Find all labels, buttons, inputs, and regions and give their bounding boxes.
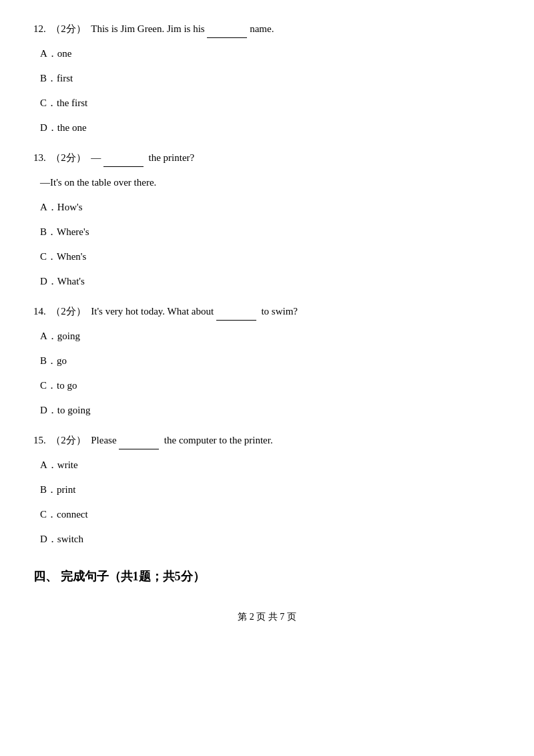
- option-c-letter: C．: [40, 380, 57, 391]
- question-14-suffix: to swim?: [261, 306, 298, 317]
- option-d-letter: D．: [40, 122, 57, 133]
- question-15-blank: [119, 449, 159, 449]
- question-15: 15. （2分） Please the computer to the prin…: [33, 431, 501, 548]
- question-14-option-b: B．go: [33, 352, 501, 370]
- question-13-title: 13. （2分） — the printer?: [33, 149, 501, 167]
- question-13-option-c: C．When's: [33, 248, 501, 266]
- question-12-option-b: B．first: [33, 69, 501, 87]
- question-15-number: 15.: [33, 435, 46, 445]
- option-d-text: the one: [57, 122, 87, 133]
- option-a-letter: A．: [40, 459, 57, 470]
- question-13-option-b: B．Where's: [33, 223, 501, 241]
- question-13-points: （2分）: [51, 152, 86, 163]
- option-a-text: write: [57, 459, 78, 470]
- question-14-number: 14.: [33, 306, 46, 317]
- option-d-text: to going: [57, 405, 91, 415]
- option-b-letter: B．: [40, 484, 57, 495]
- section-title: 完成句子（共1题；共5分）: [61, 570, 205, 583]
- option-b-text: print: [57, 484, 75, 495]
- question-15-text: Please: [91, 435, 116, 445]
- option-b-text: go: [57, 355, 67, 366]
- question-13-option-a: A．How's: [33, 198, 501, 216]
- question-12-text: This is Jim Green. Jim is his: [91, 23, 204, 34]
- question-15-suffix: the computer to the printer.: [164, 435, 273, 445]
- question-12-suffix: name.: [250, 23, 274, 34]
- question-13-number: 13.: [33, 152, 46, 163]
- option-d-text: What's: [57, 276, 85, 287]
- option-a-letter: A．: [40, 331, 57, 341]
- question-14-points: （2分）: [51, 306, 86, 317]
- option-c-letter: C．: [40, 98, 57, 108]
- question-15-option-a: A．write: [33, 456, 501, 474]
- option-b-text: Where's: [57, 226, 89, 237]
- footer-text: 第 2 页 共 7 页: [238, 612, 296, 622]
- page-footer: 第 2 页 共 7 页: [33, 611, 501, 623]
- question-14-option-a: A．going: [33, 327, 501, 345]
- option-c-text: When's: [57, 251, 86, 262]
- option-a-text: one: [57, 48, 72, 59]
- option-b-letter: B．: [40, 73, 57, 83]
- question-12-title: 12. （2分） This is Jim Green. Jim is his n…: [33, 20, 501, 38]
- option-a-letter: A．: [40, 202, 57, 212]
- option-d-letter: D．: [40, 276, 57, 287]
- question-12-option-a: A．one: [33, 45, 501, 63]
- question-14-option-d: D．to going: [33, 401, 501, 419]
- question-12-blank: [207, 37, 247, 38]
- question-13-option-d: D．What's: [33, 272, 501, 291]
- option-b-letter: B．: [40, 226, 57, 237]
- question-12-number: 12.: [33, 23, 46, 34]
- question-15-option-d: D．switch: [33, 530, 501, 548]
- question-12-option-c: C．the first: [33, 94, 501, 112]
- question-15-points: （2分）: [51, 435, 86, 445]
- option-c-letter: C．: [40, 251, 57, 262]
- option-d-letter: D．: [40, 405, 57, 415]
- question-13: 13. （2分） — the printer? —It's on the tab…: [33, 149, 501, 291]
- question-12-points: （2分）: [51, 23, 86, 34]
- option-d-text: switch: [57, 534, 83, 544]
- option-b-text: first: [57, 73, 73, 83]
- option-b-letter: B．: [40, 355, 57, 366]
- question-15-option-b: B．print: [33, 481, 501, 499]
- question-13-text: —: [91, 152, 101, 163]
- question-13-suffix: the printer?: [149, 152, 195, 163]
- option-c-text: the first: [57, 98, 87, 108]
- question-15-option-c: C．connect: [33, 506, 501, 524]
- question-14-text: It's very hot today. What about: [91, 306, 214, 317]
- question-14-blank: [216, 320, 256, 321]
- option-a-text: going: [57, 331, 80, 341]
- option-d-letter: D．: [40, 534, 57, 544]
- option-a-text: How's: [57, 202, 83, 212]
- option-c-text: connect: [57, 509, 88, 520]
- option-c-letter: C．: [40, 509, 57, 520]
- option-a-letter: A．: [40, 48, 57, 59]
- question-12-option-d: D．the one: [33, 119, 501, 137]
- section-header: 四、 完成句子（共1题；共5分）: [33, 568, 501, 584]
- question-14-title: 14. （2分） It's very hot today. What about…: [33, 303, 501, 321]
- question-12: 12. （2分） This is Jim Green. Jim is his n…: [33, 20, 501, 137]
- question-13-blank: [103, 166, 144, 167]
- question-13-response: —It's on the table over there.: [33, 174, 501, 192]
- option-c-text: to go: [57, 380, 77, 391]
- question-15-title: 15. （2分） Please the computer to the prin…: [33, 431, 501, 449]
- section-number: 四、: [33, 570, 57, 583]
- question-14: 14. （2分） It's very hot today. What about…: [33, 303, 501, 419]
- question-14-option-c: C．to go: [33, 377, 501, 395]
